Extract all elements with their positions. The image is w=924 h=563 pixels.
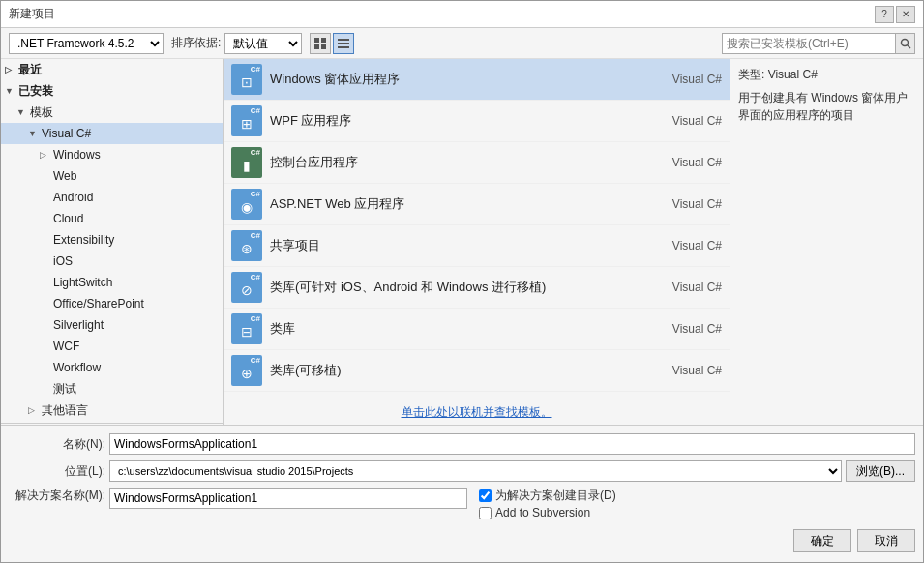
template-type-wpf: Visual C# <box>672 114 722 128</box>
solution-row: 解决方案名称(M): 为解决方案创建目录(D) Add to Subversio… <box>9 488 915 519</box>
type-label: 类型: Visual C# <box>738 67 915 83</box>
tree-item-visual_csharp[interactable]: ▼Visual C# <box>1 123 223 144</box>
name-row: 名称(N): <box>9 433 915 455</box>
tree-container: ▷最近▼已安装▼模板▼Visual C#▷WindowsWebAndroidCl… <box>1 59 223 425</box>
search-input[interactable] <box>723 34 895 53</box>
svg-rect-4 <box>338 39 349 41</box>
template-icon-wpf: C# ⊞ <box>231 105 262 136</box>
tree-item-cloud[interactable]: Cloud <box>1 208 223 229</box>
tree-arrow: ▷ <box>40 146 51 163</box>
tree-label: 最近 <box>18 61 42 78</box>
template-list-scroll: C# ⊡ Windows 窗体应用程序 Visual C# C# ⊞ WPF 应… <box>224 59 730 400</box>
template-row-portable_classlib[interactable]: C# ⊕ 类库(可移植) Visual C# <box>224 350 730 392</box>
tree-item-test[interactable]: 测试 <box>1 378 223 400</box>
tree-label: Office/SharePoint <box>53 295 144 312</box>
tree-label: 模板 <box>30 104 53 121</box>
tree-arrow: ▼ <box>16 104 28 121</box>
title-bar-buttons: ? ✕ <box>875 6 915 23</box>
template-name-portable_classlib: 类库(可移植) <box>270 362 665 379</box>
create-dir-row: 为解决方案创建目录(D) <box>479 488 616 504</box>
tree-item-wcf[interactable]: WCF <box>1 336 223 357</box>
tree-item-ios[interactable]: iOS <box>1 251 223 272</box>
dialog-body: .NET Framework 4.5.2 排序依据: 默认值 <box>1 28 923 562</box>
cancel-button[interactable]: 取消 <box>857 529 915 552</box>
tree-view: ▷最近▼已安装▼模板▼Visual C#▷WindowsWebAndroidCl… <box>1 59 223 425</box>
template-row-wpf[interactable]: C# ⊞ WPF 应用程序 Visual C# <box>224 101 730 142</box>
view-icons <box>310 33 354 54</box>
ok-button[interactable]: 确定 <box>793 529 851 552</box>
tree-item-android[interactable]: Android <box>1 187 223 208</box>
tree-item-lightswitch[interactable]: LightSwitch <box>1 272 223 293</box>
template-type-portable_ios_android: Visual C# <box>672 281 722 294</box>
template-type-portable_classlib: Visual C# <box>672 364 722 377</box>
help-button[interactable]: ? <box>875 6 894 23</box>
tree-label: 其他语言 <box>42 401 88 419</box>
tree-item-installed[interactable]: ▼已安装 <box>1 80 223 102</box>
tree-label: Android <box>53 189 93 206</box>
tree-label: 已安装 <box>18 82 53 100</box>
template-icon-portable_ios_android: C# ⊘ <box>231 272 262 303</box>
template-row-portable_ios_android[interactable]: C# ⊘ 类库(可针对 iOS、Android 和 Windows 进行移植) … <box>224 267 730 309</box>
solution-input[interactable] <box>109 488 467 509</box>
location-label: 位置(L): <box>9 463 105 480</box>
tree-item-web[interactable]: Web <box>1 165 223 187</box>
name-input[interactable] <box>109 433 915 455</box>
top-toolbar: .NET Framework 4.5.2 排序依据: 默认值 <box>1 28 923 59</box>
svg-rect-1 <box>321 38 326 43</box>
dialog-title: 新建项目 <box>9 6 55 22</box>
template-name-wpf: WPF 应用程序 <box>270 112 665 130</box>
tree-item-silverlight[interactable]: Silverlight <box>1 314 223 336</box>
sort-select[interactable]: 默认值 <box>224 33 302 54</box>
subversion-checkbox[interactable] <box>479 507 492 519</box>
tree-label: Windows <box>53 146 101 163</box>
template-name-classlib: 类库 <box>270 320 665 338</box>
checkboxes-area: 为解决方案创建目录(D) Add to Subversion <box>479 488 616 519</box>
left-panel: ▷最近▼已安装▼模板▼Visual C#▷WindowsWebAndroidCl… <box>1 59 224 425</box>
tree-item-recent[interactable]: ▷最近 <box>1 59 223 80</box>
tree-item-windows[interactable]: ▷Windows <box>1 144 223 165</box>
template-row-winforms[interactable]: C# ⊡ Windows 窗体应用程序 Visual C# <box>224 59 730 101</box>
template-row-classlib[interactable]: C# ⊟ 类库 Visual C# <box>224 309 730 350</box>
tree-item-workflow[interactable]: Workflow <box>1 357 223 378</box>
solution-label: 解决方案名称(M): <box>9 488 105 504</box>
svg-rect-0 <box>314 38 319 43</box>
tree-arrow: ▷ <box>5 61 16 78</box>
buttons-row: 确定 取消 <box>9 525 915 554</box>
close-button[interactable]: ✕ <box>896 6 915 23</box>
framework-select[interactable]: .NET Framework 4.5.2 <box>9 33 164 54</box>
svg-point-7 <box>901 39 908 45</box>
template-type-shared: Visual C# <box>672 239 722 252</box>
subversion-label: Add to Subversion <box>495 506 590 519</box>
browse-button[interactable]: 浏览(B)... <box>846 460 915 482</box>
template-name-console: 控制台应用程序 <box>270 154 665 171</box>
create-dir-checkbox[interactable] <box>479 489 492 502</box>
template-type-winforms: Visual C# <box>672 73 722 86</box>
search-button[interactable] <box>895 34 914 53</box>
create-dir-label: 为解决方案创建目录(D) <box>495 488 616 504</box>
bottom-area: 名称(N): 位置(L): c:\users\zz\documents\visu… <box>1 425 923 562</box>
tree-item-extensibility[interactable]: Extensibility <box>1 229 223 251</box>
list-view-button[interactable] <box>333 33 354 54</box>
tree-label: Silverlight <box>53 316 104 334</box>
tree-item-templates[interactable]: ▼模板 <box>1 102 223 123</box>
tree-label: Cloud <box>53 210 83 227</box>
middle-bottom: 单击此处以联机并查找模板。 <box>224 400 730 425</box>
location-select[interactable]: c:\users\zz\documents\visual studio 2015… <box>109 460 842 482</box>
template-name-shared: 共享项目 <box>270 237 665 254</box>
template-icon-console: C# ▮ <box>231 147 262 178</box>
template-type-classlib: Visual C# <box>672 322 722 336</box>
tree-item-office_sharepoint[interactable]: Office/SharePoint <box>1 293 223 314</box>
template-row-shared[interactable]: C# ⊛ 共享项目 Visual C# <box>224 225 730 267</box>
right-description: 用于创建具有 Windows 窗体用户界面的应用程序的项目 <box>738 89 915 124</box>
template-row-console[interactable]: C# ▮ 控制台应用程序 Visual C# <box>224 142 730 184</box>
template-name-winforms: Windows 窗体应用程序 <box>270 71 665 88</box>
grid-view-button[interactable] <box>310 33 331 54</box>
template-row-aspnet[interactable]: C# ◉ ASP.NET Web 应用程序 Visual C# <box>224 184 730 225</box>
template-name-portable_ios_android: 类库(可针对 iOS、Android 和 Windows 进行移植) <box>270 279 665 296</box>
online-link[interactable]: 单击此处以联机并查找模板。 <box>402 405 552 419</box>
tree-item-other_lang[interactable]: ▷其他语言 <box>1 400 223 421</box>
template-icon-shared: C# ⊛ <box>231 230 262 261</box>
template-name-aspnet: ASP.NET Web 应用程序 <box>270 195 665 213</box>
sort-label: 排序依据: <box>171 35 221 51</box>
title-bar: 新建项目 ? ✕ <box>1 1 923 28</box>
